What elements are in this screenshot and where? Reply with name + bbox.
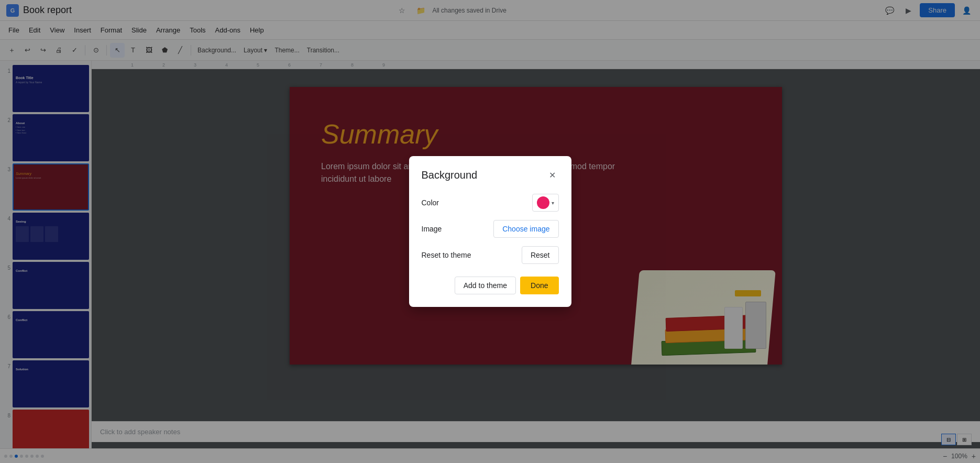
color-chevron-icon: ▾ (552, 200, 554, 206)
color-picker-button[interactable]: ▾ (532, 194, 559, 212)
add-to-theme-button[interactable]: Add to theme (455, 277, 516, 294)
reset-label: Reset to theme (422, 251, 471, 259)
image-label: Image (422, 225, 442, 233)
background-dialog: Background ✕ Color ▾ Image Choose image … (409, 156, 571, 307)
modal-close-button[interactable]: ✕ (546, 169, 559, 181)
modal-header: Background ✕ (422, 169, 559, 181)
reset-row: Reset to theme Reset (422, 246, 559, 264)
choose-image-button[interactable]: Choose image (493, 220, 558, 238)
color-swatch (537, 196, 549, 209)
image-row: Image Choose image (422, 220, 559, 238)
reset-button[interactable]: Reset (522, 246, 559, 264)
modal-title: Background (422, 169, 478, 181)
color-row: Color ▾ (422, 194, 559, 212)
modal-footer: Add to theme Done (422, 277, 559, 294)
color-label: Color (422, 199, 439, 207)
modal-overlay[interactable]: Background ✕ Color ▾ Image Choose image … (0, 0, 980, 463)
done-button[interactable]: Done (520, 277, 558, 294)
